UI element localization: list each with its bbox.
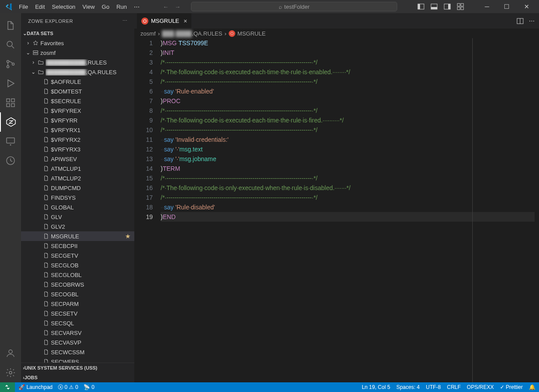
tree-favorites[interactable]: ›Favorites <box>21 38 134 48</box>
tree-member[interactable]: SECVASVP <box>21 338 134 347</box>
menu-run[interactable]: Run <box>113 2 130 12</box>
menu-file[interactable]: File <box>16 2 31 12</box>
tree-member[interactable]: SECGLOBL <box>21 270 134 280</box>
close-icon[interactable]: × <box>183 18 187 25</box>
editor-ruler <box>472 38 473 382</box>
activity-accounts-icon[interactable] <box>0 344 21 363</box>
menu-more[interactable]: ⋯ <box>131 2 143 12</box>
breadcrumb-item[interactable]: MSGRULE <box>237 30 266 37</box>
status-prettier[interactable]: ✓ Prettier <box>500 384 523 390</box>
layout-secondary-sidebar-icon[interactable] <box>444 3 451 10</box>
title-bar: File Edit Selection View Go Run ⋯ ← → ⌕ … <box>0 0 539 13</box>
activity-run-debug-icon[interactable] <box>0 74 21 93</box>
tree-member[interactable]: FINDSYS <box>21 193 134 202</box>
status-ports[interactable]: 📡 0 <box>83 384 94 390</box>
status-encoding[interactable]: UTF-8 <box>426 384 441 390</box>
nav-forward-icon[interactable]: → <box>175 4 180 10</box>
tree-member[interactable]: $VRFYREX <box>21 106 134 115</box>
section-uss[interactable]: › UNIX SYSTEM SERVICES (USS) <box>21 363 134 373</box>
tree-member[interactable]: SECOGBL <box>21 289 134 299</box>
activity-zowe-icon[interactable] <box>0 112 21 132</box>
file-type-icon: ⬡ <box>141 18 148 25</box>
tree-profile[interactable]: ⌄zosmf <box>21 48 134 58</box>
activity-remote-icon[interactable] <box>0 132 21 151</box>
split-editor-icon[interactable] <box>517 18 524 25</box>
activity-timeline-icon[interactable] <box>0 151 21 170</box>
command-center[interactable]: ⌕ testFolder <box>191 2 397 11</box>
tree-member[interactable]: $SECRULE <box>21 96 134 106</box>
breadcrumbs[interactable]: zosmf › ███.████.QA.RULES › ⬡ MSGRULE <box>134 29 539 38</box>
status-problems[interactable]: ⓧ 0 ⚠ 0 <box>58 384 78 391</box>
tree-member[interactable]: $AOFRULE <box>21 77 134 86</box>
menu-edit[interactable]: Edit <box>32 2 48 12</box>
customize-layout-icon[interactable] <box>457 3 464 10</box>
tree-item-label: zosmf <box>40 50 134 56</box>
breadcrumb-item[interactable]: zosmf <box>140 30 156 37</box>
chevron-down-icon: ⌄ <box>23 31 27 36</box>
tree-member[interactable]: ATMCLUP1 <box>21 164 134 173</box>
menu-go[interactable]: Go <box>99 2 112 12</box>
tree-member[interactable]: SECOBRWS <box>21 280 134 289</box>
tree-member[interactable]: $VRFYRX3 <box>21 144 134 154</box>
chevron-down-icon: ⌄ <box>25 50 32 56</box>
tree-member[interactable]: SECBCPII <box>21 241 134 251</box>
code-content[interactable]: )MSG·TSS7099E)INIT/*·-------------------… <box>161 38 539 382</box>
status-cursor-position[interactable]: Ln 19, Col 5 <box>362 384 390 390</box>
section-label: DATA SETS <box>27 31 53 36</box>
more-actions-icon[interactable]: ⋯ <box>529 18 535 24</box>
status-eol[interactable]: CRLF <box>447 384 460 390</box>
tree-member[interactable]: SECPARM <box>21 299 134 309</box>
layout-panel-icon[interactable] <box>431 3 438 10</box>
tree-member[interactable]: SECWFBS <box>21 357 134 363</box>
menu-selection[interactable]: Selection <box>49 2 78 12</box>
tree-member[interactable]: DUMPCMD <box>21 183 134 193</box>
activity-source-control-icon[interactable] <box>0 54 21 74</box>
tree-member[interactable]: SECWCSSM <box>21 347 134 357</box>
chevron-down-icon: ⌄ <box>30 69 37 75</box>
tree-member[interactable]: ATMCLUP2 <box>21 173 134 183</box>
sidebar-more-icon[interactable]: ⋯ <box>122 18 128 24</box>
status-launchpad[interactable]: 🚀 Launchpad <box>18 384 53 390</box>
breadcrumb-item[interactable]: ███.████.QA.RULES <box>162 30 222 37</box>
section-datasets[interactable]: ⌄ DATA SETS <box>21 29 134 38</box>
remote-indicator[interactable] <box>0 382 15 392</box>
tree-item-label: GLV <box>51 214 134 220</box>
tree-member[interactable]: MSGRULE★ <box>21 231 134 241</box>
tab-msgrule[interactable]: ⬡ MSGRULE × <box>137 13 192 29</box>
editor-tabs: ⬡ MSGRULE × ⋯ <box>134 13 539 29</box>
svg-rect-15 <box>7 99 10 102</box>
tree-member[interactable]: SECVARSV <box>21 328 134 338</box>
activity-settings-icon[interactable] <box>0 363 21 382</box>
tree-member[interactable]: GLOBAL <box>21 202 134 212</box>
window-minimize[interactable]: ─ <box>477 0 497 13</box>
activity-search-icon[interactable] <box>0 35 21 54</box>
svg-point-12 <box>7 61 9 63</box>
tree-folder[interactable]: ›██████████.RULES <box>21 58 134 67</box>
tree-member[interactable]: $VRFYRX2 <box>21 135 134 144</box>
tree-member[interactable]: GLV2 <box>21 222 134 231</box>
activity-extensions-icon[interactable] <box>0 93 21 112</box>
layout-primary-sidebar-icon[interactable] <box>417 3 424 10</box>
code-editor[interactable]: 12345678910111213141516171819 )MSG·TSS70… <box>134 38 539 382</box>
tree-member[interactable]: $VRFYRX1 <box>21 125 134 135</box>
activity-explorer-icon[interactable] <box>0 16 21 35</box>
status-language[interactable]: OPS/REXX <box>467 384 494 390</box>
tree-member[interactable]: APIWSEV <box>21 154 134 164</box>
folder-icon <box>37 69 45 75</box>
menu-view[interactable]: View <box>79 2 98 12</box>
tree-member[interactable]: SECGETV <box>21 251 134 260</box>
tree-member[interactable]: $DOMTEST <box>21 86 134 96</box>
status-notifications-icon[interactable]: 🔔 <box>529 384 535 390</box>
status-indentation[interactable]: Spaces: 4 <box>396 384 420 390</box>
section-jobs[interactable]: › JOBS <box>21 373 134 382</box>
tree-folder[interactable]: ⌄██████████.QA.RULES <box>21 67 134 77</box>
window-maximize[interactable]: ☐ <box>497 0 517 13</box>
tree-member[interactable]: SECSQL <box>21 318 134 328</box>
tree-item-label: $SECRULE <box>51 98 134 104</box>
window-close[interactable]: ✕ <box>517 0 536 13</box>
nav-back-icon[interactable]: ← <box>163 4 169 10</box>
tree-member[interactable]: $VRFYRR <box>21 115 134 125</box>
tree-member[interactable]: GLV <box>21 212 134 222</box>
tree-member[interactable]: SECGLOB <box>21 260 134 270</box>
tree-member[interactable]: SECSETV <box>21 309 134 318</box>
